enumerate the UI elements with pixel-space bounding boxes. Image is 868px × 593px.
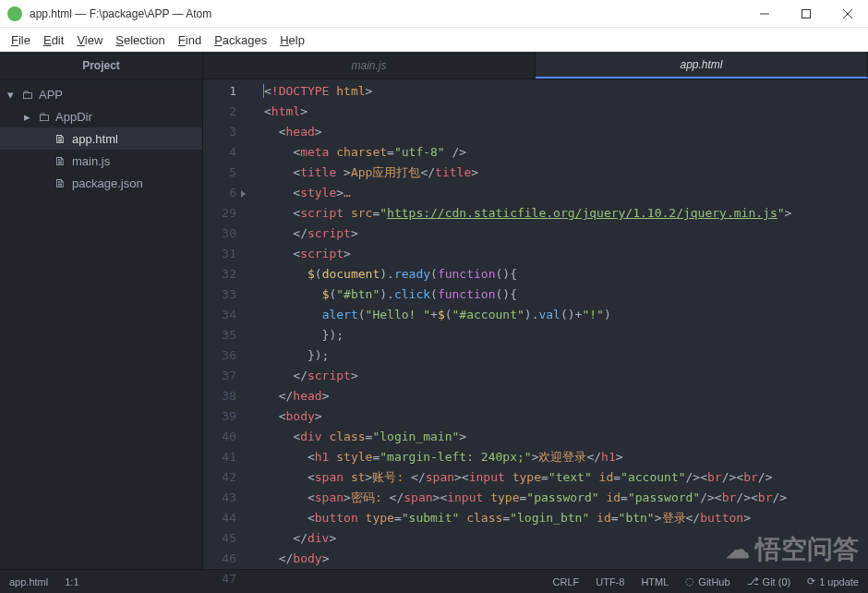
menu-file[interactable]: File (6, 31, 36, 49)
file-icon: 🗎 (54, 176, 66, 190)
code-editor[interactable]: 1234562930313233343536373839404142434445… (203, 79, 868, 569)
tree-item-app-html[interactable]: 🗎app.html (0, 127, 202, 150)
code-line[interactable]: <body> (264, 406, 868, 427)
file-tree[interactable]: ▾🗀APP▸🗀AppDir🗎app.html🗎main.js🗎package.j… (0, 79, 202, 569)
line-number[interactable]: 45 (203, 528, 236, 549)
code-line[interactable]: <!DOCTYPE html> (264, 81, 868, 102)
code-line[interactable]: <script src="https://cdn.staticfile.org/… (264, 203, 868, 224)
line-number[interactable]: 38 (203, 386, 236, 406)
status-update[interactable]: ⟳1 update (807, 575, 859, 587)
menu-edit[interactable]: Edit (38, 31, 69, 49)
line-number[interactable]: 32 (203, 264, 236, 284)
line-number[interactable]: 43 (203, 488, 236, 508)
line-number[interactable]: 35 (203, 325, 236, 345)
menu-bar: FileEditViewSelectionFindPackagesHelp (0, 28, 868, 52)
menu-packages[interactable]: Packages (209, 31, 272, 49)
window-titlebar: app.html — F:\package\APP — Atom (0, 0, 868, 28)
status-encoding[interactable]: UTF-8 (596, 576, 624, 587)
update-icon: ⟳ (807, 575, 815, 587)
code-line[interactable]: }); (264, 345, 868, 366)
line-number[interactable]: 31 (203, 244, 236, 264)
tab-app-html[interactable]: app.html (536, 52, 868, 79)
status-git[interactable]: ⎇Git (0) (747, 575, 791, 587)
project-sidebar: Project ▾🗀APP▸🗀AppDir🗎app.html🗎main.js🗎p… (0, 52, 203, 569)
line-number[interactable]: 37 (203, 366, 236, 386)
tree-item-AppDir[interactable]: ▸🗀AppDir (0, 105, 202, 127)
chevron-down-icon: ▾ (7, 88, 15, 102)
line-number[interactable]: 44 (203, 508, 236, 528)
status-github[interactable]: ◌GitHub (685, 575, 729, 587)
tree-item-package-json[interactable]: 🗎package.json (0, 172, 202, 194)
menu-selection[interactable]: Selection (110, 31, 170, 49)
line-number-gutter: 1234562930313233343536373839404142434445… (203, 79, 247, 569)
line-number[interactable]: 46 (203, 549, 236, 569)
tree-root[interactable]: ▾🗀APP (0, 83, 202, 105)
minimize-button[interactable] (743, 0, 785, 27)
tab-label: app.html (680, 58, 722, 71)
code-line[interactable]: <meta charset="utf-8" /> (264, 142, 868, 163)
close-button[interactable] (826, 0, 868, 27)
status-eol[interactable]: CRLF (553, 576, 580, 587)
tree-item-label: app.html (72, 132, 118, 146)
code-line[interactable]: </head> (264, 386, 868, 406)
line-number[interactable]: 36 (203, 345, 236, 366)
line-number[interactable]: 6 (203, 183, 236, 203)
code-line[interactable]: </div> (264, 528, 868, 549)
code-line[interactable]: <html> (264, 102, 868, 122)
line-number[interactable]: 40 (203, 427, 236, 447)
code-line[interactable]: alert("Hello! "+$("#account").val()+"!") (264, 305, 868, 325)
code-line[interactable]: <span>密码: </span><input type="password" … (264, 488, 868, 508)
code-line[interactable]: </script> (264, 224, 868, 244)
git-branch-icon: ⎇ (747, 575, 759, 587)
menu-help[interactable]: Help (274, 31, 310, 49)
status-language[interactable]: HTML (641, 576, 669, 587)
line-number[interactable]: 5 (203, 163, 236, 183)
svg-rect-1 (802, 9, 810, 18)
menu-find[interactable]: Find (173, 31, 207, 49)
status-file[interactable]: app.html (9, 576, 48, 587)
status-bar: app.html 1:1 CRLF UTF-8 HTML ◌GitHub ⎇Gi… (0, 569, 868, 593)
code-line[interactable]: <span st>账号: </span><input type="text" i… (264, 467, 868, 488)
line-number[interactable]: 30 (203, 224, 236, 244)
github-icon: ◌ (685, 575, 694, 587)
tree-item-label: APP (39, 88, 63, 102)
code-line[interactable]: <div class="login_main"> (264, 427, 868, 447)
code-line[interactable]: <script> (264, 244, 868, 264)
code-line[interactable]: $("#btn").click(function(){ (264, 284, 868, 305)
file-icon: 🗎 (54, 132, 66, 146)
folder-icon: 🗀 (37, 110, 50, 124)
line-number[interactable]: 4 (203, 142, 236, 163)
line-number[interactable]: 34 (203, 305, 236, 325)
code-line[interactable]: <title >App应用打包</title> (264, 163, 868, 183)
line-number[interactable]: 41 (203, 447, 236, 467)
tab-main-js[interactable]: main.js (203, 52, 536, 79)
line-number[interactable]: 2 (203, 102, 236, 122)
line-number[interactable]: 1 (203, 81, 236, 102)
line-number[interactable]: 3 (203, 122, 236, 142)
line-number[interactable]: 33 (203, 284, 236, 305)
code-line[interactable]: <h1 style="margin-left: 240px;">欢迎登录</h1… (264, 447, 868, 467)
code-line[interactable]: </body> (264, 549, 868, 569)
code-line[interactable]: </script> (264, 366, 868, 386)
editor-tabs: main.jsapp.html (203, 52, 868, 79)
code-area[interactable]: <!DOCTYPE html><html> <head> <meta chars… (247, 79, 868, 569)
file-icon: 🗎 (54, 154, 66, 168)
status-cursor-position[interactable]: 1:1 (65, 576, 78, 587)
line-number[interactable]: 39 (203, 406, 236, 427)
folder-icon: 🗀 (20, 88, 33, 102)
maximize-button[interactable] (785, 0, 826, 27)
code-line[interactable]: }); (264, 325, 868, 345)
tree-item-main-js[interactable]: 🗎main.js (0, 150, 202, 172)
line-number[interactable]: 29 (203, 203, 236, 224)
code-line[interactable]: <style>… (264, 183, 868, 203)
sidebar-header: Project (0, 52, 202, 79)
window-title: app.html — F:\package\APP — Atom (30, 7, 743, 20)
line-number[interactable]: 47 (203, 569, 236, 589)
menu-view[interactable]: View (71, 31, 108, 49)
code-line[interactable]: <button type="submit" class="login_btn" … (264, 508, 868, 528)
chevron-right-icon: ▸ (24, 110, 31, 124)
tab-label: main.js (351, 59, 386, 72)
code-line[interactable]: $(document).ready(function(){ (264, 264, 868, 284)
code-line[interactable]: <head> (264, 122, 868, 142)
line-number[interactable]: 42 (203, 467, 236, 488)
